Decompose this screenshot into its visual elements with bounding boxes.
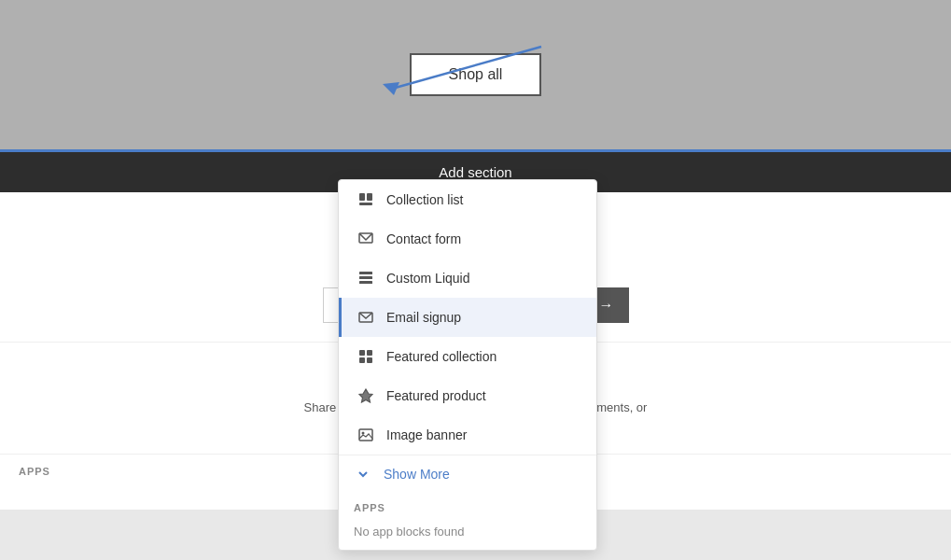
svg-marker-1 (383, 82, 399, 95)
menu-item-featured-product[interactable]: Featured product (339, 376, 596, 415)
svg-rect-12 (359, 357, 365, 363)
show-more-item[interactable]: Show More (339, 455, 596, 493)
liquid-icon (357, 269, 375, 287)
menu-item-custom-liquid[interactable]: Custom Liquid (339, 259, 596, 298)
menu-item-collection-list[interactable]: Collection list (339, 180, 596, 219)
feat-product-icon (357, 386, 375, 405)
svg-rect-3 (367, 193, 372, 201)
custom-liquid-label: Custom Liquid (386, 271, 470, 286)
svg-rect-7 (359, 276, 372, 279)
dropdown-apps-label: APPS (354, 502, 581, 513)
dropdown-apps-section: APPS (339, 493, 596, 519)
svg-rect-8 (359, 281, 372, 284)
email-signup-label: Email signup (386, 310, 461, 325)
image-banner-label: Image banner (386, 427, 467, 442)
add-section-label: Add section (439, 164, 511, 180)
svg-rect-13 (367, 357, 372, 363)
collection-icon (357, 190, 375, 209)
chevron-down-icon (354, 465, 372, 483)
shop-all-section: Shop all (0, 0, 951, 149)
add-section-dropdown: Collection list Contact form Custom L (338, 179, 597, 551)
svg-rect-6 (359, 272, 372, 274)
menu-item-email-signup[interactable]: Email signup (339, 298, 596, 337)
collection-list-label: Collection list (386, 192, 463, 207)
show-more-label: Show More (384, 467, 450, 482)
svg-rect-10 (359, 350, 365, 356)
svg-rect-11 (367, 350, 372, 356)
featured-collection-label: Featured collection (386, 349, 496, 364)
menu-item-featured-collection[interactable]: Featured collection (339, 337, 596, 376)
feat-collection-icon (357, 347, 375, 366)
page-background: Shop all Add section Sub...ails Be the f… (0, 0, 951, 560)
svg-rect-15 (359, 429, 372, 441)
svg-point-16 (362, 432, 365, 435)
no-app-blocks: No app blocks found (339, 519, 596, 550)
shop-all-button[interactable]: Shop all (410, 53, 542, 96)
image-icon (357, 426, 375, 444)
featured-product-label: Featured product (386, 388, 486, 403)
svg-rect-4 (359, 203, 372, 205)
svg-rect-2 (359, 193, 365, 201)
email-icon (357, 308, 375, 327)
contact-icon (357, 230, 375, 248)
svg-marker-14 (359, 389, 372, 402)
contact-form-label: Contact form (386, 231, 461, 246)
menu-item-image-banner[interactable]: Image banner (339, 415, 596, 455)
menu-item-contact-form[interactable]: Contact form (339, 219, 596, 259)
